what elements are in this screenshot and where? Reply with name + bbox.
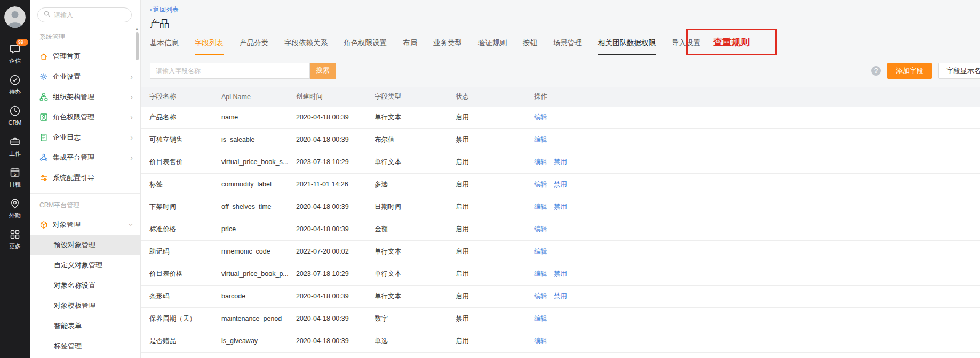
cell-status: 启用 <box>456 113 534 122</box>
rail-item[interactable]: CRM <box>8 104 21 126</box>
rail-item[interactable]: 工作 <box>8 135 21 157</box>
tab[interactable]: 验证规则 <box>478 38 507 55</box>
table-header-cell: Api Name <box>221 93 296 101</box>
sidebar-divider <box>30 193 140 194</box>
chevron-right-icon: › <box>130 154 133 161</box>
sidebar-item[interactable]: 自定义对象管理 <box>30 255 140 275</box>
sidebar-scrollbar[interactable]: ▲ <box>134 27 140 60</box>
field-display-name-button[interactable]: 字段显示名称 <box>938 63 980 79</box>
help-icon[interactable]: ? <box>871 66 881 76</box>
table-row: 标准价格 price 2020-04-18 00:39 金额 启用 编辑 <box>141 218 980 241</box>
field-toolbar: 搜索 ? 添加字段 字段显示名称 <box>150 63 980 79</box>
tab[interactable]: 导入设置 <box>672 38 700 55</box>
edit-link[interactable]: 编辑 <box>534 270 547 279</box>
rail-item[interactable]: 更多 <box>8 228 21 250</box>
field-search-input[interactable] <box>150 63 310 79</box>
table-row: 可独立销售 is_saleable 2020-04-18 00:39 布尔值 禁… <box>141 129 980 151</box>
sidebar-item-label: 角色权限管理 <box>53 112 94 122</box>
sidebar-item[interactable]: 智能表单 <box>30 316 140 336</box>
sidebar-item[interactable]: 企业日志 › <box>30 127 140 148</box>
disable-link[interactable]: 禁用 <box>554 202 567 211</box>
cell-field-type: 数字 <box>375 314 456 323</box>
sidebar-item-label: 标签管理 <box>54 341 82 351</box>
edit-link[interactable]: 编辑 <box>534 314 547 323</box>
cell-field-type: 布尔值 <box>375 135 456 144</box>
rail-item[interactable]: 5 日程 <box>8 166 21 188</box>
rail-item-label: 企信 <box>9 57 21 64</box>
cell-api-name: name <box>221 113 296 121</box>
sidebar-item[interactable]: 标签管理 <box>30 336 140 356</box>
tab[interactable]: 字段依赖关系 <box>284 38 328 55</box>
chevron-right-icon: › <box>130 73 133 80</box>
cell-api-name: price <box>221 225 296 233</box>
cell-api-name: virtual_price_book_s... <box>221 158 296 166</box>
cell-status: 启用 <box>456 292 534 301</box>
scroll-up-arrow-icon[interactable]: ▲ <box>134 27 140 31</box>
edit-link[interactable]: 编辑 <box>534 225 547 234</box>
tab[interactable]: 角色权限设置 <box>344 38 387 55</box>
sidebar-item[interactable]: 企业设置 › <box>30 67 140 87</box>
add-field-button[interactable]: 添加字段 <box>887 63 932 79</box>
cell-field-name: 是否赠品 <box>149 337 221 346</box>
tab[interactable]: 布局 <box>403 38 417 55</box>
tab[interactable]: 按钮 <box>523 38 537 55</box>
tab[interactable]: 产品分类 <box>240 38 268 55</box>
tab[interactable]: 基本信息 <box>150 38 179 55</box>
table-header-cell: 操作 <box>534 92 980 101</box>
sidebar-item[interactable]: 对象模板管理 <box>30 296 140 316</box>
sidebar-item[interactable]: 对象名称设置 <box>30 275 140 296</box>
sidebar-item[interactable]: 系统配置引导 <box>30 168 140 188</box>
cell-field-name: 价目表售价 <box>149 158 221 167</box>
cell-field-name: 助记码 <box>149 247 221 256</box>
tab[interactable]: 字段列表 <box>195 38 224 55</box>
sidebar-item-label: 预设对象管理 <box>54 240 95 250</box>
sidebar-item[interactable]: 预设对象管理 <box>30 235 140 255</box>
edit-link[interactable]: 编辑 <box>534 158 547 167</box>
sidebar-item[interactable]: 对象管理 › <box>30 215 140 235</box>
rail-item[interactable]: 99+ 企信 <box>8 43 21 64</box>
edit-link[interactable]: 编辑 <box>534 180 547 189</box>
cell-created-time: 2020-04-18 00:39 <box>296 337 375 345</box>
rail-item[interactable]: 外勤 <box>8 197 21 219</box>
tab[interactable]: 场景管理 <box>553 38 582 55</box>
table-row: 价目表价格 virtual_price_book_p... 2023-07-18… <box>141 263 980 286</box>
sidebar-item-label: 系统配置引导 <box>53 173 94 183</box>
cell-field-name: 标签 <box>149 180 221 189</box>
rail-item-label: 工作 <box>9 150 21 157</box>
cell-created-time: 2020-04-18 00:39 <box>296 292 375 300</box>
edit-link[interactable]: 编辑 <box>534 247 547 256</box>
edit-link[interactable]: 编辑 <box>534 337 547 346</box>
cell-created-time: 2021-11-01 14:26 <box>296 181 375 188</box>
sidebar-item-label: 对象管理 <box>53 220 81 230</box>
back-to-list-link[interactable]: ‹返回列表 <box>150 5 179 14</box>
disable-link[interactable]: 禁用 <box>554 158 567 167</box>
edit-link[interactable]: 编辑 <box>534 135 547 144</box>
disable-link[interactable]: 禁用 <box>554 270 567 279</box>
disable-link[interactable]: 禁用 <box>554 180 567 189</box>
main-content: ‹返回列表 产品 基本信息 字段列表 产品分类 字段依赖关系 角色权限设置 布局… <box>141 0 980 358</box>
sidebar-item[interactable]: 管理首页 <box>30 46 140 67</box>
table-row: 标签 commodity_label 2021-11-01 14:26 多选 启… <box>141 174 980 196</box>
todo-icon <box>9 74 21 86</box>
scrollbar-thumb[interactable] <box>136 32 139 60</box>
table-header-cell: 状态 <box>456 92 534 101</box>
sidebar-item[interactable]: 组织架构管理 › <box>30 87 140 107</box>
home-icon <box>39 52 48 61</box>
edit-link[interactable]: 编辑 <box>534 202 547 211</box>
sidebar-item-label: 组织架构管理 <box>53 92 94 102</box>
search-button[interactable]: 搜索 <box>310 63 336 79</box>
svg-text:5: 5 <box>14 172 17 177</box>
rail-item[interactable]: 待办 <box>8 74 21 95</box>
user-avatar[interactable] <box>4 6 26 28</box>
cell-created-time: 2020-04-18 00:39 <box>296 225 375 233</box>
edit-link[interactable]: 编辑 <box>534 292 547 301</box>
work-icon <box>9 135 21 148</box>
edit-link[interactable]: 编辑 <box>534 113 547 122</box>
sidebar-search-input[interactable] <box>54 11 126 19</box>
tab[interactable]: 业务类型 <box>433 38 462 55</box>
disable-link[interactable]: 禁用 <box>554 292 567 301</box>
tab[interactable]: 相关团队数据权限 <box>598 38 656 55</box>
sidebar-item[interactable]: 集成平台管理 › <box>30 148 140 168</box>
chevron-right-icon: › <box>130 113 133 121</box>
sidebar-item[interactable]: 角色权限管理 › <box>30 107 140 127</box>
